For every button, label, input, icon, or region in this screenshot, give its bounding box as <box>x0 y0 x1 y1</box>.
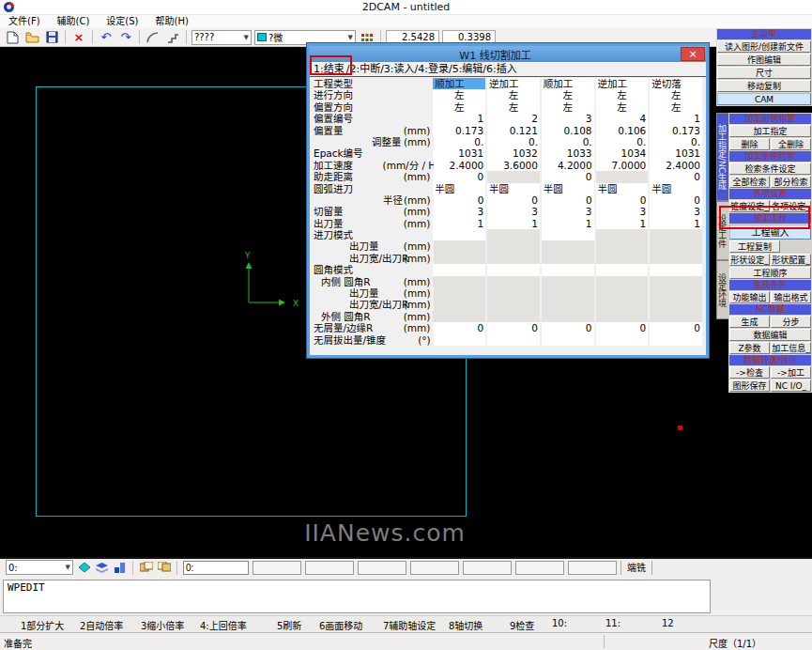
new-file-button[interactable] <box>4 29 21 45</box>
param-cell[interactable]: 1033 <box>542 147 594 159</box>
param-cell[interactable] <box>596 334 649 346</box>
param-cell[interactable]: 0 <box>433 171 485 182</box>
param-cell[interactable]: 4 <box>596 113 649 124</box>
undo-button[interactable]: ↶ <box>98 29 115 45</box>
sidebar-button[interactable]: 加工指定 <box>729 125 811 137</box>
param-cell[interactable]: 0 <box>596 322 649 333</box>
menu-item[interactable]: 设定(S) <box>98 15 146 28</box>
param-cell[interactable]: 逆加工 <box>487 78 540 89</box>
tool-combo[interactable]: ???? ▼ <box>192 30 252 45</box>
param-cell[interactable] <box>434 334 486 346</box>
layer-select-combo[interactable]: 0: ▼ <box>6 560 73 575</box>
sidebar-button[interactable]: CAM <box>717 93 811 105</box>
param-cell[interactable]: 左 <box>596 101 649 113</box>
command-console[interactable]: WPEDIT <box>3 580 711 613</box>
param-cell[interactable]: 3 <box>542 206 594 217</box>
param-cell[interactable] <box>542 264 594 275</box>
open-file-button[interactable] <box>23 29 40 45</box>
param-cell[interactable]: 0 <box>434 194 486 206</box>
param-cell[interactable]: 3 <box>487 206 540 217</box>
param-cell[interactable]: 1 <box>433 113 485 124</box>
param-cell[interactable]: 逆加工 <box>596 78 649 89</box>
param-cell[interactable] <box>542 334 594 346</box>
param-cell[interactable]: 1 <box>650 218 702 229</box>
vertical-tab[interactable]: 加工指定/NC生成 <box>716 113 728 201</box>
param-cell[interactable]: 0. <box>487 136 540 147</box>
function-key[interactable]: 3缩小倍率 <box>141 618 184 632</box>
function-key[interactable]: 8轴切换 <box>449 618 483 632</box>
menu-item[interactable]: 文件(F) <box>0 15 49 28</box>
sidebar-button[interactable]: 形状设定_ <box>729 254 770 266</box>
param-cell[interactable] <box>433 229 485 240</box>
param-cell[interactable]: 半圆 <box>433 183 485 194</box>
param-cell[interactable]: 0.173 <box>433 125 485 136</box>
sidebar-button[interactable]: 加工信息_ <box>771 342 811 354</box>
sidebar-button[interactable]: 工程复制 <box>729 240 780 253</box>
param-cell[interactable]: 半圆 <box>596 183 649 194</box>
sidebar-button[interactable]: 生成 <box>729 316 770 328</box>
param-cell[interactable]: 0 <box>542 171 594 182</box>
param-cell[interactable]: 半圆 <box>650 183 702 194</box>
param-cell[interactable]: 左 <box>487 101 540 113</box>
sidebar-button[interactable]: 检索条件设定 <box>729 162 811 175</box>
sidebar-button[interactable]: 全删除 <box>771 138 811 150</box>
param-cell[interactable]: 0 <box>487 194 540 206</box>
function-key[interactable]: 5刷新 <box>277 618 301 632</box>
sidebar-button[interactable]: 全部检索 <box>729 176 770 188</box>
function-key[interactable]: 9检查 <box>510 618 534 632</box>
param-cell[interactable]: 0. <box>596 136 649 147</box>
sidebar-button[interactable]: 功能输出 <box>729 291 770 303</box>
param-cell[interactable]: 半圆 <box>487 183 540 194</box>
param-cell[interactable]: 0. <box>434 136 486 147</box>
vertical-tab[interactable]: 设定环境 <box>716 260 728 319</box>
param-cell[interactable]: 左 <box>650 89 702 101</box>
sidebar-button[interactable]: 尺寸 <box>717 67 811 79</box>
function-key[interactable]: 7辅助轴设定 <box>383 618 436 632</box>
param-cell[interactable]: 0 <box>650 171 702 182</box>
sidebar-button[interactable]: 输出格式 <box>771 291 811 303</box>
layers-button[interactable] <box>95 561 109 574</box>
sidebar-button[interactable]: 读入图形/创建新文件 <box>717 40 811 53</box>
param-cell[interactable] <box>542 229 594 240</box>
param-cell[interactable]: 1 <box>487 218 540 229</box>
param-cell[interactable]: 左 <box>650 101 702 113</box>
param-cell[interactable]: 7.0000 <box>596 160 649 171</box>
function-key[interactable]: 11: <box>605 618 620 628</box>
param-cell[interactable] <box>487 334 540 346</box>
param-cell[interactable]: 1034 <box>596 147 649 159</box>
param-cell[interactable]: 0.106 <box>596 125 649 136</box>
function-key[interactable]: 6画面移动 <box>319 618 362 632</box>
sidebar-button[interactable]: 部分检索 <box>771 176 811 188</box>
function-key[interactable]: 4:上回倍率 <box>200 618 247 632</box>
param-cell[interactable]: 0 <box>487 322 540 333</box>
param-cell[interactable]: 左 <box>487 89 540 101</box>
sidebar-button[interactable]: ->加工 <box>771 366 811 379</box>
blocks-button[interactable] <box>113 561 127 574</box>
function-key[interactable]: 1部分扩大 <box>21 618 64 632</box>
function-key[interactable]: 10: <box>552 618 567 628</box>
arc-tool-button[interactable] <box>145 29 161 45</box>
param-cell[interactable]: 1 <box>650 113 702 124</box>
dialog-title-bar[interactable]: W1 线切割加工 × <box>310 46 706 62</box>
sidebar-button[interactable]: NC I/O_ <box>771 379 811 392</box>
param-cell[interactable]: 2.4000 <box>650 160 702 171</box>
delete-button[interactable]: × <box>70 29 87 45</box>
param-cell[interactable]: 顺加工 <box>433 78 485 89</box>
window-paste-button[interactable] <box>157 561 171 574</box>
param-cell[interactable]: 2 <box>487 113 540 124</box>
sidebar-button[interactable]: 作图编辑 <box>717 54 811 66</box>
function-key[interactable]: 12 <box>662 618 674 628</box>
param-cell[interactable]: 0 <box>650 322 702 333</box>
sidebar-button[interactable]: 形状配置_ <box>771 254 811 266</box>
param-cell[interactable]: 1 <box>542 218 594 229</box>
param-cell[interactable]: 逆切落 <box>650 78 702 89</box>
sidebar-button[interactable]: 图形保存 <box>729 379 770 392</box>
param-cell[interactable]: 0 <box>433 322 485 333</box>
redo-button[interactable]: ↷ <box>117 29 134 45</box>
param-cell[interactable]: 左 <box>542 101 594 113</box>
sidebar-button[interactable]: 删除 <box>729 138 770 150</box>
param-cell[interactable]: 1032 <box>487 147 540 159</box>
param-cell[interactable]: 左 <box>596 89 649 101</box>
param-cell[interactable]: 0. <box>542 136 594 147</box>
param-cell[interactable]: 0 <box>542 322 594 333</box>
